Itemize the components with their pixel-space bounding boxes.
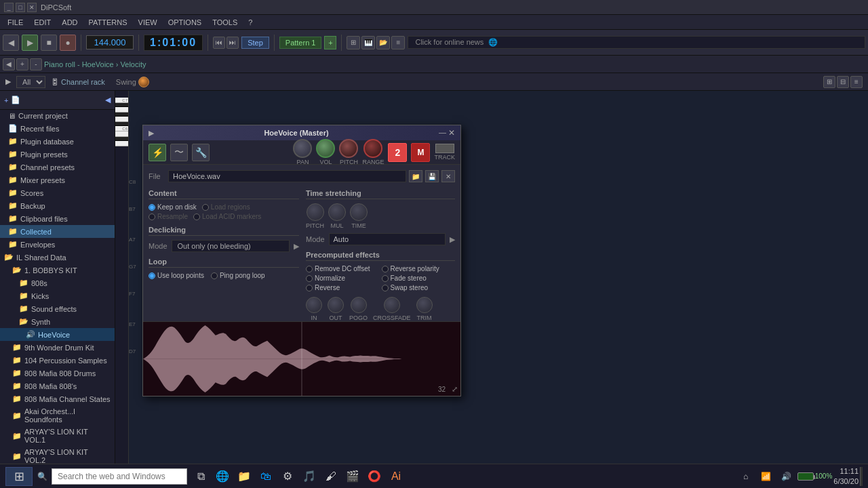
sidebar-item-808-mafia-drums[interactable]: 📁 808 Mafia 808 Drums (0, 367, 115, 380)
edge-icon[interactable]: 🌐 (213, 467, 232, 486)
swap-stereo-effect[interactable]: Swap stereo (382, 284, 456, 291)
ts-mul-knob[interactable] (328, 203, 346, 221)
transport-icon-1[interactable]: ⏮ (213, 37, 225, 49)
sidebar-item-backup[interactable]: 📁 Backup (0, 199, 115, 212)
sidebar-item-9th-wonder[interactable]: 📁 9th Wonder Drum Kit (0, 341, 115, 354)
rack-icon-3[interactable]: ≡ (850, 76, 863, 88)
pan-knob[interactable] (293, 139, 312, 158)
file-explorer-icon[interactable]: 📁 (235, 467, 254, 486)
reverse-polarity-effect[interactable]: Reverse polarity (382, 265, 456, 272)
sidebar-item-clipboard-files[interactable]: 📁 Clipboard files (0, 212, 115, 225)
sidebar-add-icon[interactable]: + (4, 96, 8, 104)
master-button[interactable]: M (411, 143, 430, 162)
sidebar-item-808-mafia-channel[interactable]: 📁 808 Mafia Channel States (0, 392, 115, 405)
menu-view[interactable]: VIEW (134, 17, 162, 28)
file-close-button[interactable]: ✕ (441, 170, 455, 182)
taskbar-app-1[interactable]: 🎵 (300, 467, 319, 486)
velocity-link[interactable]: Velocity (121, 60, 146, 68)
menu-tools[interactable]: TOOLS (208, 17, 242, 28)
fade-stereo-effect[interactable]: Fade stereo (382, 274, 456, 282)
step-button[interactable]: Step (241, 37, 269, 49)
channel-rack-arrow[interactable]: ▶ (5, 77, 11, 86)
vol-knob[interactable] (316, 139, 335, 158)
pogo-knob[interactable] (351, 297, 367, 313)
declicking-mode-value[interactable]: Out only (no bleeding) (172, 240, 290, 252)
sidebar-item-akai[interactable]: 📁 Akai Orchest...l Soundfonts (0, 405, 115, 426)
browser-icon[interactable]: 📂 (376, 36, 390, 49)
piano-icon[interactable]: 🎹 (361, 36, 375, 49)
record-button[interactable]: ● (60, 35, 76, 51)
load-regions-radio[interactable]: Load regions (202, 203, 250, 211)
sidebar-item-collected[interactable]: 📁 Collected (0, 225, 115, 238)
sidebar-item-channel-presets[interactable]: 📁 Channel presets (0, 161, 115, 174)
menu-patterns[interactable]: PATTERNS (84, 17, 132, 28)
bpm-display[interactable]: 144.000 (86, 35, 134, 49)
network-icon[interactable]: 📶 (757, 467, 776, 486)
task-view-icon[interactable]: ⧉ (191, 467, 210, 486)
file-save-button[interactable]: 💾 (425, 170, 439, 182)
start-button[interactable]: ⊞ (5, 467, 33, 486)
dialog-minimize-icon[interactable]: — (439, 128, 446, 138)
normalize-effect[interactable]: Normalize (306, 274, 380, 282)
dialog-collapse-icon[interactable]: ▶ (149, 129, 154, 138)
playlist-icon[interactable]: ≡ (391, 36, 405, 49)
add-pattern-button[interactable]: + (324, 36, 336, 49)
sidebar-item-bobbys-kit[interactable]: 📂 1. BOBBYS KIT (0, 264, 115, 277)
rack-icon-2[interactable]: ⊟ (837, 76, 849, 88)
taskbar-app-3[interactable]: 🎬 (343, 467, 362, 486)
waveform-display[interactable]: 32 ⤢ (143, 321, 460, 396)
swing-knob[interactable] (138, 77, 149, 87)
settings-icon[interactable]: ⚙ (278, 467, 297, 486)
sidebar-item-mixer-presets[interactable]: 📁 Mixer presets (0, 174, 115, 186)
track-knob[interactable] (435, 144, 454, 153)
file-open-button[interactable]: 📁 (409, 170, 422, 182)
piano-roll-link[interactable]: Piano roll - HoeVoice (44, 60, 114, 68)
ts-time-knob[interactable] (350, 203, 368, 221)
window-controls[interactable]: _ □ ✕ (4, 3, 37, 12)
sidebar-item-hoevoice[interactable]: 🔊 HoeVoice (0, 328, 115, 341)
store-icon[interactable]: 🛍 (256, 467, 275, 486)
declicking-arrow[interactable]: ▶ (294, 242, 299, 251)
pattern-button[interactable]: Pattern 1 (279, 37, 322, 49)
ping-pong-radio[interactable]: Ping pong loop (211, 272, 265, 279)
sidebar-item-recent-files[interactable]: 📄 Recent files (0, 122, 115, 135)
sidebar-item-current-project[interactable]: 🖥 Current project (0, 110, 115, 122)
waveform-expand-icon[interactable]: ⤢ (452, 385, 458, 394)
dialog-close-button[interactable]: ✕ (448, 128, 455, 138)
sidebar-item-plugin-database[interactable]: 📁 Plugin database (0, 135, 115, 148)
taskbar-search-input[interactable] (52, 468, 187, 485)
reverse-effect[interactable]: Reverse (306, 284, 380, 291)
sidebar-item-envelopes[interactable]: 📁 Envelopes (0, 238, 115, 251)
transport-icon-2[interactable]: ⏭ (226, 37, 239, 49)
sidebar-file-icon[interactable]: 📄 (11, 96, 20, 104)
ts-mode-value[interactable]: Auto (329, 233, 446, 245)
close-button[interactable]: ✕ (27, 3, 37, 12)
tray-icon-1[interactable]: ⌂ (736, 467, 755, 486)
sidebar-item-kicks[interactable]: 📁 Kicks (0, 289, 115, 302)
out-knob[interactable] (328, 297, 344, 313)
menu-help[interactable]: ? (243, 17, 257, 28)
in-knob[interactable] (306, 297, 322, 313)
mixer-icon[interactable]: ⊞ (347, 36, 360, 49)
trim-knob[interactable] (416, 297, 433, 313)
sidebar-item-808-mafia-808s[interactable]: 📁 808 Mafia 808's (0, 380, 115, 392)
taskbar-app-5[interactable]: Ai (387, 467, 406, 486)
news-bar[interactable]: Click for online news 🌐 (408, 36, 865, 49)
sidebar-item-sound-effects[interactable]: 📁 Sound effects (0, 302, 115, 315)
crossfade-knob[interactable] (384, 297, 400, 313)
envelope-icon[interactable]: 〜 (170, 144, 188, 161)
dialog-titlebar[interactable]: ▶ HoeVoice (Master) — ✕ (143, 125, 460, 140)
plugin-icon[interactable]: ⚡ (149, 144, 166, 161)
sidebar-item-808s[interactable]: 📁 808s (0, 277, 115, 289)
maximize-button[interactable]: □ (16, 3, 25, 12)
sidebar-item-synth[interactable]: 📂 Synth (0, 315, 115, 328)
dialog-window-controls[interactable]: — ✕ (439, 128, 455, 138)
menu-file[interactable]: FILE (3, 17, 28, 28)
stop-button[interactable]: ■ (41, 35, 57, 51)
sidebar-arrow-icon[interactable]: ◀ (105, 96, 111, 104)
send-2-button[interactable]: 2 (388, 143, 407, 162)
ts-mode-arrow[interactable]: ▶ (450, 235, 455, 244)
ts-pitch-knob[interactable] (307, 203, 324, 221)
rack-icon-1[interactable]: ⊞ (823, 76, 835, 88)
zoom-in-icon[interactable]: + (16, 58, 28, 70)
